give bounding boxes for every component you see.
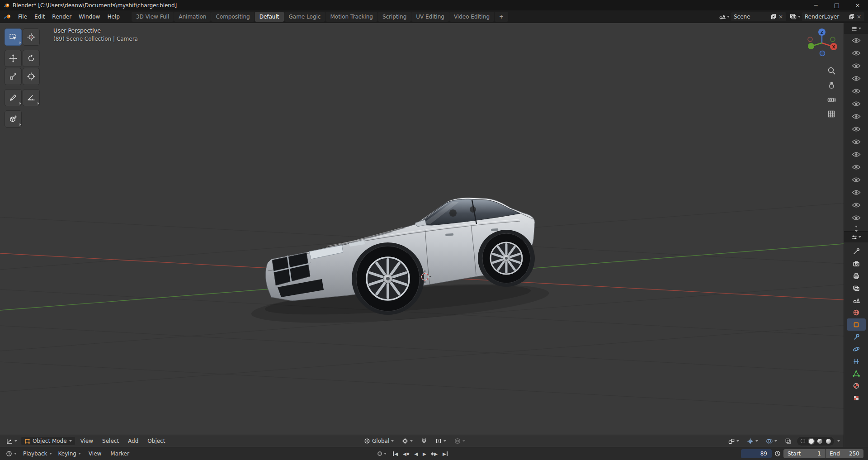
properties-tab-object[interactable] [847, 318, 866, 331]
tab-uv-editing[interactable]: UV Editing [411, 12, 449, 22]
orthographic-toggle-button[interactable] [826, 109, 836, 119]
visibility-toggle[interactable] [844, 161, 868, 173]
properties-tab-physics[interactable] [847, 343, 866, 355]
viewport-3d[interactable]: User Perspective (89) Scene Collection |… [0, 23, 844, 447]
gizmos-toggle[interactable] [745, 437, 760, 446]
auto-keying-toggle[interactable] [375, 451, 389, 457]
scene-name-field[interactable]: Scene × [731, 12, 786, 21]
editor-type-selector[interactable] [4, 437, 19, 446]
duplicate-icon[interactable] [771, 14, 776, 19]
render-layer-field[interactable]: RenderLayer × [802, 12, 864, 21]
pivot-point-selector[interactable] [400, 437, 415, 445]
annotate-tool-button[interactable] [5, 89, 22, 106]
viewport-menu-add[interactable]: Add [124, 436, 142, 446]
jump-to-end-button[interactable]: ▶ [443, 451, 448, 456]
visibility-toggle[interactable] [844, 47, 868, 59]
snap-target-selector[interactable] [433, 437, 448, 445]
gizmo-negative-y-axis[interactable] [830, 37, 835, 42]
add-workspace-button[interactable]: + [495, 12, 508, 22]
properties-tab-view-layer[interactable] [847, 282, 866, 294]
viewport-canvas[interactable] [0, 23, 844, 435]
properties-tab-render[interactable] [847, 257, 866, 270]
menu-render[interactable]: Render [48, 12, 75, 21]
menu-window[interactable]: Window [75, 12, 104, 21]
visibility-toggle[interactable] [844, 59, 868, 72]
visibility-toggle[interactable] [844, 186, 868, 199]
use-preview-range-icon[interactable] [774, 451, 781, 457]
zoom-button[interactable] [826, 66, 836, 76]
timeline-menu-marker[interactable]: Marker [107, 449, 132, 458]
properties-tab-output[interactable] [847, 270, 866, 282]
properties-tab-world[interactable] [847, 306, 866, 318]
measure-tool-button[interactable] [23, 89, 40, 106]
gizmo-negative-z-axis[interactable] [820, 51, 825, 56]
properties-header[interactable] [844, 232, 868, 242]
visibility-toggle[interactable] [844, 34, 868, 47]
transform-orientation-selector[interactable]: Global [362, 437, 396, 445]
xray-toggle[interactable] [783, 437, 794, 446]
visibility-toggle[interactable] [844, 148, 868, 161]
minimize-button[interactable]: − [806, 0, 826, 10]
chevron-down-icon[interactable] [855, 226, 858, 228]
transform-tool-button[interactable] [23, 68, 40, 85]
mode-selector[interactable]: Object Mode [21, 437, 75, 445]
pan-button[interactable] [826, 80, 836, 90]
timeline-editor-type-selector[interactable] [4, 450, 19, 458]
scale-tool-button[interactable] [5, 68, 22, 85]
gizmo-y-axis[interactable] [808, 43, 814, 49]
navigation-gizmo[interactable]: Z X [806, 27, 838, 59]
gizmo-negative-x-axis[interactable] [808, 37, 812, 42]
snap-toggle[interactable] [419, 437, 429, 445]
add-primitive-tool-button[interactable] [5, 110, 22, 128]
tab-video-editing[interactable]: Video Editing [449, 12, 494, 22]
unlink-icon[interactable]: × [778, 14, 783, 20]
properties-tab-texture[interactable] [847, 392, 866, 404]
visibility-toggle[interactable] [844, 173, 868, 186]
properties-tab-scene[interactable] [847, 294, 866, 306]
select-box-tool-button[interactable] [5, 28, 22, 46]
unlink-icon[interactable]: × [856, 14, 862, 20]
render-layer-selector[interactable]: RenderLayer × [790, 12, 864, 21]
keying-menu[interactable]: Keying [56, 450, 83, 458]
properties-tab-constraints[interactable] [847, 355, 866, 367]
shading-solid-button[interactable] [808, 438, 815, 445]
tab-compositing[interactable]: Compositing [211, 12, 254, 22]
overlays-toggle[interactable] [764, 437, 779, 446]
visibility-toggle[interactable] [844, 72, 868, 85]
properties-tab-material[interactable] [847, 379, 866, 392]
visibility-toggle[interactable] [844, 135, 868, 148]
shading-rendered-button[interactable] [825, 438, 832, 445]
visibility-toggle[interactable] [844, 85, 868, 97]
frame-end-field[interactable]: End 250 [826, 449, 863, 458]
outliner-header[interactable] [844, 23, 868, 34]
tab-game-logic[interactable]: Game Logic [284, 12, 326, 22]
visibility-toggle[interactable] [844, 110, 868, 123]
tab-scripting[interactable]: Scripting [378, 12, 411, 22]
visibility-toggle[interactable] [844, 97, 868, 110]
tab-motion-tracking[interactable]: Motion Tracking [326, 12, 377, 22]
viewport-menu-object[interactable]: Object [144, 436, 169, 446]
menu-file[interactable]: File [14, 12, 31, 21]
rotate-tool-button[interactable] [23, 50, 40, 67]
tab-animation[interactable]: Animation [174, 12, 211, 22]
properties-tab-tool[interactable] [847, 245, 866, 257]
visibility-toggle[interactable] [844, 199, 868, 211]
frame-start-field[interactable]: Start 1 [783, 449, 825, 458]
visibility-toggle[interactable] [844, 123, 868, 135]
menu-help[interactable]: Help [104, 12, 123, 21]
playback-menu[interactable]: Playback [21, 450, 54, 458]
camera-view-button[interactable] [826, 95, 836, 104]
current-frame-field[interactable]: 89 [741, 449, 772, 458]
timeline-menu-view[interactable]: View [85, 449, 105, 458]
proportional-editing-toggle[interactable] [452, 437, 467, 445]
properties-tab-object-data[interactable] [847, 367, 866, 379]
visibility-toggle[interactable] [844, 211, 868, 224]
move-tool-button[interactable] [5, 50, 22, 67]
jump-to-start-button[interactable]: ◀ [393, 451, 398, 456]
tab-3d-view-full[interactable]: 3D View Full [132, 12, 174, 22]
play-reverse-button[interactable]: ◀ [414, 451, 418, 456]
object-type-visibility[interactable] [726, 437, 741, 446]
properties-tab-modifiers[interactable] [847, 331, 866, 343]
close-button[interactable]: × [847, 0, 868, 10]
scene-selector[interactable]: Scene × [719, 12, 786, 21]
